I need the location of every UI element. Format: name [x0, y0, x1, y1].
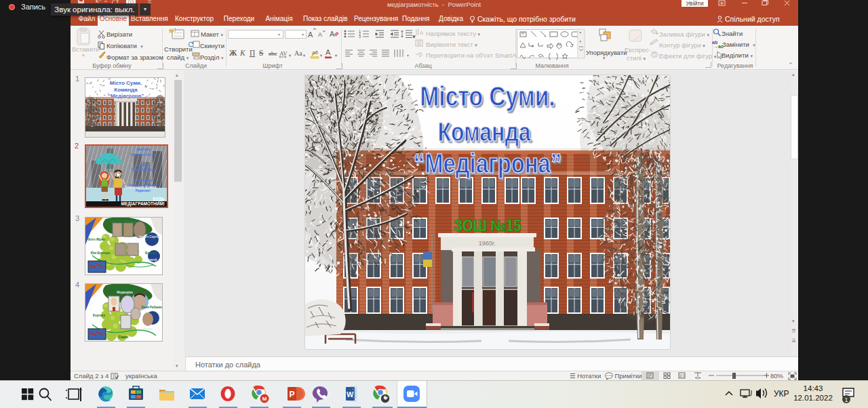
svg-text:Кортики: Кортики [93, 314, 105, 317]
svg-text:▾: ▾ [413, 35, 415, 39]
svg-text:Ж: Ж [229, 49, 237, 57]
svg-text:Медведіва: Медведіва [117, 291, 133, 294]
svg-text:12.01.2022: 12.01.2022 [793, 394, 833, 402]
svg-text:→ac: →ac [713, 44, 724, 49]
svg-text:1960г.: 1960г. [479, 240, 496, 247]
svg-text:П: П [250, 49, 255, 57]
svg-text:Тимоф: Тимоф [146, 258, 157, 262]
svg-text:3: 3 [359, 35, 361, 39]
svg-text:S: S [259, 49, 263, 57]
svg-text:Aa: Aa [294, 49, 302, 57]
svg-text:Блогер: Блогер [145, 251, 156, 255]
svg-text:AV: AV [279, 50, 288, 57]
svg-text:A: A [308, 30, 313, 39]
svg-text:A: A [420, 30, 424, 36]
svg-text:P: P [290, 390, 295, 399]
svg-text:▾: ▾ [302, 54, 306, 58]
svg-text:Сашко: Сашко [119, 335, 129, 339]
svg-text:Юні Влогери: Юні Влогери [91, 251, 111, 255]
svg-text:▾: ▾ [334, 54, 338, 58]
svg-text:M: M [262, 396, 267, 402]
svg-text:14:43: 14:43 [804, 384, 823, 392]
svg-text:1: 1 [844, 396, 848, 403]
svg-text:A: A [326, 48, 331, 56]
svg-text:Фото Мірко: Фото Мірко [87, 238, 105, 241]
svg-text:abc: abc [269, 50, 277, 57]
svg-text:Імоніч Сергій: Імоніч Сергій [139, 234, 159, 239]
svg-text:Мірго Медіаwolf: Мірго Медіаwolf [113, 287, 137, 290]
svg-text:A: A [318, 31, 322, 38]
svg-text:▾: ▾ [288, 54, 292, 58]
svg-text:▾: ▾ [319, 54, 323, 58]
svg-text:К: К [239, 49, 246, 57]
svg-text:▾: ▾ [407, 54, 409, 58]
svg-text:УКР: УКР [774, 389, 789, 399]
svg-text:Ваня Рибанко: Ваня Рибанко [141, 305, 162, 309]
svg-text:Брати: Брати [143, 327, 153, 331]
svg-text:Клуб Кореспондент: Клуб Кореспондент [109, 218, 140, 222]
svg-text:A: A [330, 30, 335, 38]
